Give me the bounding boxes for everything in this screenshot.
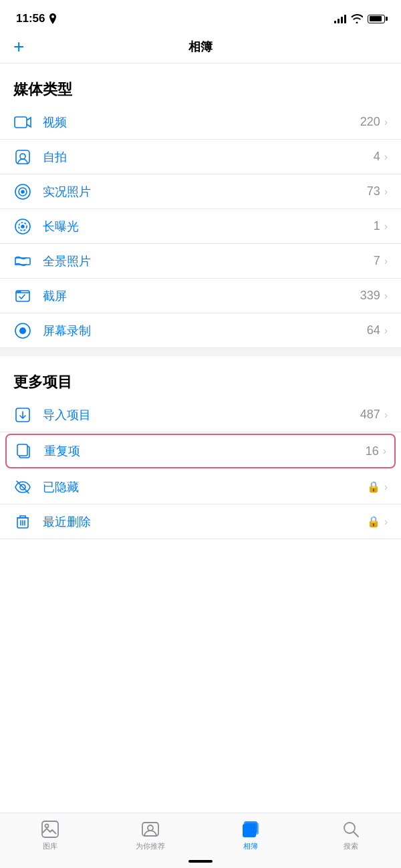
tab-indicator [188, 860, 213, 863]
section-header-media: 媒体类型 [0, 63, 401, 105]
svg-rect-17 [17, 444, 27, 456]
section-gap [0, 348, 401, 356]
import-chevron: › [384, 409, 388, 421]
list-item-longexposure[interactable]: 长曝光 1 › [0, 209, 401, 244]
tab-albums[interactable]: 相簿 [200, 820, 301, 851]
list-item-panorama[interactable]: 全景照片 7 › [0, 244, 401, 279]
selfie-chevron: › [384, 151, 388, 163]
panorama-label: 全景照片 [43, 253, 374, 269]
list-item-duplicates[interactable]: 重复项 16 › [5, 434, 396, 468]
list-item-live[interactable]: 实况照片 73 › [0, 174, 401, 209]
section-header-more: 更多项目 [0, 356, 401, 398]
albums-tab-icon [241, 820, 260, 839]
live-label: 实况照片 [43, 184, 367, 200]
live-count: 73 [367, 184, 380, 198]
recentdelete-icon [13, 513, 32, 531]
svg-rect-31 [243, 825, 256, 837]
list-item-screenshot[interactable]: 截屏 339 › [0, 279, 401, 313]
hidden-icon [13, 478, 32, 496]
tab-bar: 图库 为你推荐 相簿 搜索 [0, 813, 401, 868]
duplicates-label: 重复项 [44, 443, 366, 459]
recentdelete-label: 最近删除 [43, 514, 367, 530]
svg-point-8 [21, 225, 24, 228]
hidden-label: 已隐藏 [43, 479, 367, 495]
svg-line-33 [354, 832, 358, 837]
recentdelete-lock-icon: 🔒 [367, 515, 380, 528]
list-item-hidden[interactable]: 已隐藏 🔒 › [0, 470, 401, 504]
list-item-video[interactable]: 视频 220 › [0, 105, 401, 140]
video-label: 视频 [43, 114, 360, 130]
import-label: 导入项目 [43, 407, 360, 423]
search-tab-icon [342, 820, 360, 839]
hidden-chevron: › [384, 481, 388, 493]
svg-point-27 [148, 825, 153, 831]
screenshot-label: 截屏 [43, 288, 360, 304]
status-icons [334, 14, 385, 23]
screenrecord-count: 64 [367, 323, 380, 337]
selfie-count: 4 [374, 150, 380, 164]
nav-title: 相簿 [188, 39, 213, 55]
hidden-lock-icon: 🔒 [367, 480, 380, 493]
svg-point-11 [17, 291, 19, 292]
panorama-icon [13, 252, 32, 271]
tab-gallery[interactable]: 图库 [0, 820, 100, 851]
list-item-import[interactable]: 导入项目 487 › [0, 398, 401, 432]
wifi-icon [351, 14, 363, 23]
longexposure-label: 长曝光 [43, 219, 374, 235]
live-icon [13, 182, 32, 201]
screenshot-count: 339 [360, 289, 380, 303]
signal-icon [334, 14, 346, 23]
svg-point-12 [19, 291, 21, 292]
svg-point-25 [45, 825, 49, 828]
longexposure-count: 1 [374, 219, 380, 233]
gallery-tab-label: 图库 [43, 841, 57, 851]
svg-point-5 [21, 190, 24, 193]
duplicates-icon [15, 442, 33, 460]
longexposure-icon [13, 217, 32, 236]
status-time: 11:56 [16, 12, 45, 25]
longexposure-chevron: › [384, 221, 388, 233]
import-count: 487 [360, 408, 380, 422]
list-item-recentdelete[interactable]: 最近删除 🔒 › [0, 504, 401, 539]
duplicates-chevron: › [383, 445, 386, 457]
live-chevron: › [384, 186, 388, 198]
location-icon [49, 13, 57, 24]
svg-rect-24 [42, 821, 58, 837]
screenrecord-icon [13, 321, 32, 340]
albums-tab-label: 相簿 [243, 841, 258, 851]
video-count: 220 [360, 115, 380, 129]
selfie-label: 自拍 [43, 149, 374, 165]
search-tab-label: 搜索 [344, 841, 358, 851]
foryou-tab-label: 为你推荐 [136, 841, 165, 851]
svg-point-2 [20, 154, 25, 159]
list-item-selfie[interactable]: 自拍 4 › [0, 140, 401, 174]
gallery-tab-icon [41, 820, 59, 839]
video-icon [13, 113, 32, 132]
recentdelete-chevron: › [384, 516, 388, 528]
panorama-chevron: › [384, 255, 388, 267]
tab-search[interactable]: 搜索 [301, 820, 401, 851]
svg-point-14 [19, 327, 26, 334]
import-icon [13, 406, 32, 424]
panorama-count: 7 [374, 254, 380, 268]
battery-icon [368, 15, 385, 23]
svg-rect-0 [15, 117, 27, 128]
duplicates-count: 16 [366, 444, 379, 458]
screenshot-icon [13, 287, 32, 305]
video-chevron: › [384, 116, 388, 128]
nav-bar: + 相簿 [0, 33, 401, 63]
list-item-screenrecord[interactable]: 屏幕录制 64 › [0, 313, 401, 348]
screenrecord-chevron: › [384, 325, 388, 337]
content-area: 媒体类型 视频 220 › 自拍 4 › [0, 63, 401, 595]
foryou-tab-icon [141, 820, 160, 839]
add-button[interactable]: + [13, 37, 24, 56]
screenshot-chevron: › [384, 290, 388, 302]
tab-foryou[interactable]: 为你推荐 [100, 820, 200, 851]
status-bar: 11:56 [0, 0, 401, 33]
screenrecord-label: 屏幕录制 [43, 323, 367, 339]
selfie-icon [13, 148, 32, 166]
